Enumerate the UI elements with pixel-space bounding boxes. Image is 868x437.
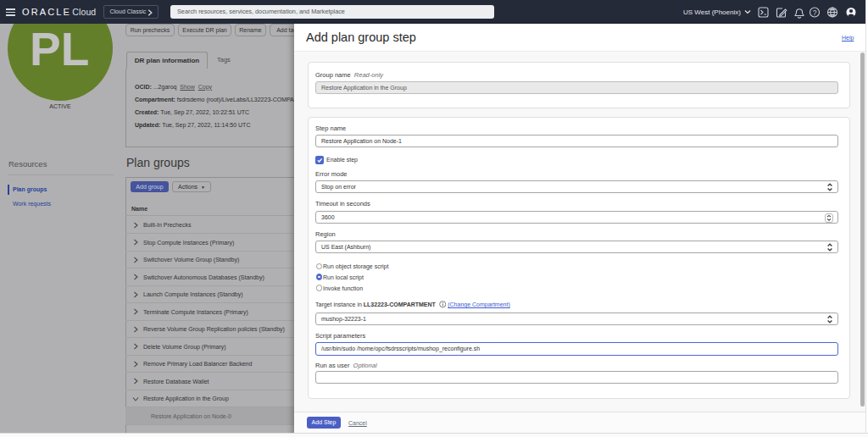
svg-text:?: ?	[813, 8, 817, 17]
